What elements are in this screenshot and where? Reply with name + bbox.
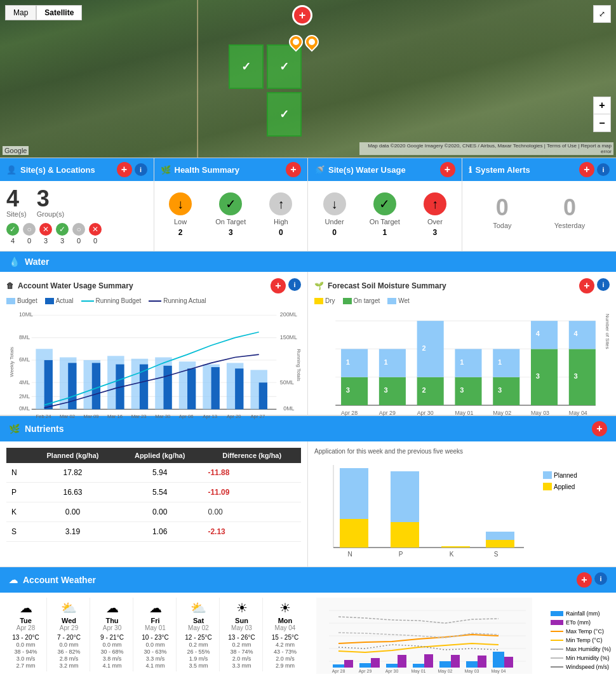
- today-count: 0: [496, 196, 509, 219]
- humid-mon: 43 - 73%: [274, 649, 297, 655]
- weather-section: ☁ Account Weather + i ☁ Tue Apr 28 13 - …: [0, 567, 616, 686]
- svg-rect-97: [486, 540, 514, 548]
- map-tab-satellite[interactable]: Satellite: [36, 5, 82, 20]
- svg-text:Feb 24: Feb 24: [36, 414, 51, 419]
- svg-rect-77: [569, 349, 596, 405]
- usage-chart-info-button[interactable]: i: [288, 278, 301, 291]
- day-name-thu: Thu: [105, 617, 118, 624]
- svg-text:N: N: [347, 551, 352, 558]
- add-health-button[interactable]: +: [286, 162, 301, 177]
- add-forecast-chart-button[interactable]: +: [579, 278, 594, 293]
- add-sites-button[interactable]: +: [117, 162, 132, 177]
- weather-section-title: Account Weather: [23, 575, 96, 585]
- day-name-mon: Mon: [278, 617, 293, 624]
- svg-text:3: 3: [460, 386, 464, 394]
- weather-day-fri: ☁ Fri May 01 10 - 23°C 0.0 mm 30 - 63% 3…: [135, 598, 177, 671]
- add-water-usage-button[interactable]: +: [440, 162, 455, 177]
- rainfall-label: Rainfall (mm): [566, 610, 600, 617]
- health-low-item: ↓ Low 2: [169, 192, 192, 237]
- nutrients-section-header: 🌿 Nutrients +: [0, 416, 616, 441]
- svg-text:3: 3: [384, 386, 388, 394]
- table-row: P 16.63 5.54 -11.09: [6, 483, 301, 502]
- sites-info-button[interactable]: i: [135, 163, 147, 176]
- add-usage-chart-button[interactable]: +: [271, 278, 286, 293]
- legend-applied: Applied: [554, 483, 575, 490]
- svg-text:K: K: [450, 551, 454, 558]
- nutrients-legend: Planned Applied: [543, 471, 577, 490]
- planned-s: 3.19: [29, 522, 117, 542]
- yesterday-label: Yesterday: [554, 222, 586, 229]
- day-name-sat: Sat: [193, 617, 204, 624]
- evapo-thu: 4.1 mm: [102, 662, 121, 669]
- svg-rect-37: [259, 382, 267, 409]
- zoom-out-button[interactable]: −: [593, 114, 611, 132]
- wind-sun: 2.0 m/s: [232, 656, 251, 662]
- svg-rect-66: [455, 349, 481, 377]
- legend-max-temp: Max Temp (°C): [551, 628, 611, 635]
- svg-text:2: 2: [422, 344, 425, 352]
- svg-text:8ML: 8ML: [19, 334, 30, 340]
- health-icon: 🌿: [161, 165, 171, 175]
- svg-rect-121: [504, 657, 513, 668]
- trash-icon: 🗑: [6, 281, 14, 290]
- max-temp-label: Max Temp (°C): [566, 628, 604, 635]
- alerts-card-header: ℹ System Alerts + i: [462, 158, 617, 181]
- svg-text:1: 1: [460, 358, 464, 366]
- add-nutrients-button[interactable]: +: [592, 421, 607, 436]
- today-alerts: 0 Today: [493, 196, 511, 229]
- map-tab-map[interactable]: Map: [5, 5, 36, 20]
- health-icons-row: ↓ Low 2 ✓ On Target 3 ↑ High 0: [161, 187, 302, 242]
- svg-rect-119: [451, 655, 460, 668]
- windspeed-line-icon: [551, 666, 563, 668]
- alerts-card-title: System Alerts: [476, 165, 530, 175]
- evapo-mon: 2.9 mm: [276, 662, 295, 669]
- water-under-item: ↓ Under 0: [323, 192, 346, 237]
- svg-text:Mar 30: Mar 30: [155, 414, 170, 419]
- water-section-title: Water: [25, 257, 49, 267]
- svg-text:2: 2: [422, 386, 425, 394]
- usage-chart-title: 🗑 Account Water Usage Summary + i: [6, 278, 301, 293]
- day-name-sun: Sun: [235, 617, 248, 624]
- temp-fri: 10 - 23°C: [142, 634, 168, 641]
- svg-text:Mar 16: Mar 16: [107, 414, 123, 419]
- nutrient-n: N: [6, 463, 29, 483]
- site-icon-count-2: 0: [27, 237, 31, 245]
- alerts-info-button[interactable]: i: [597, 163, 610, 176]
- zoom-in-button[interactable]: +: [593, 97, 611, 114]
- svg-rect-33: [163, 366, 171, 409]
- svg-text:Mar 02: Mar 02: [60, 414, 75, 419]
- forecast-chart-info-button[interactable]: i: [597, 278, 610, 291]
- water-over-count: 3: [433, 228, 438, 237]
- add-weather-button[interactable]: +: [577, 572, 592, 588]
- max-humidity-line-icon: [551, 649, 563, 650]
- svg-text:Apr 29: Apr 29: [379, 410, 396, 416]
- map-zoom-controls: + −: [593, 97, 611, 132]
- humid-fri: 30 - 63%: [144, 649, 166, 655]
- dashboard-grid: 👤 Site(s) & Locations + i 4 Site(s) 3 Gr…: [0, 158, 616, 252]
- weather-info-button[interactable]: i: [594, 572, 607, 585]
- table-row: S 3.19 1.06 -2.13: [6, 522, 301, 542]
- sites-card-title: Site(s) & Locations: [20, 165, 95, 175]
- map-expand-button[interactable]: ⤢: [593, 5, 611, 23]
- applied-s: 1.06: [117, 522, 203, 542]
- weather-body: ☁ Tue Apr 28 13 - 20°C 0.0 mm 38 - 94% 3…: [0, 593, 616, 686]
- sites-count: 4: [6, 187, 27, 210]
- temp-wed: 7 - 20°C: [57, 634, 81, 641]
- weather-day-wed: ⛅ Wed Apr 29 7 - 20°C 0.0 mm 36 - 82% 2.…: [48, 598, 90, 671]
- rain-thu: 0.0 mm: [102, 642, 121, 648]
- weather-day-tue: ☁ Tue Apr 28 13 - 20°C 0.0 mm 38 - 94% 3…: [5, 598, 47, 671]
- applied-p: 5.54: [117, 483, 203, 502]
- svg-text:Apr 28: Apr 28: [341, 410, 358, 416]
- svg-rect-36: [235, 368, 243, 409]
- svg-rect-62: [417, 321, 444, 377]
- groups-count: 3: [37, 187, 64, 210]
- user-icon: 👤: [6, 165, 17, 175]
- svg-rect-117: [398, 655, 406, 668]
- add-alert-button[interactable]: +: [579, 162, 594, 177]
- svg-rect-116: [371, 658, 380, 668]
- max-temp-line-icon: [551, 631, 563, 632]
- nutrient-k: K: [6, 502, 29, 522]
- min-humidity-label: Min Humidity (%): [566, 655, 610, 661]
- water-under-label: Under: [325, 218, 344, 225]
- svg-rect-35: [211, 367, 220, 409]
